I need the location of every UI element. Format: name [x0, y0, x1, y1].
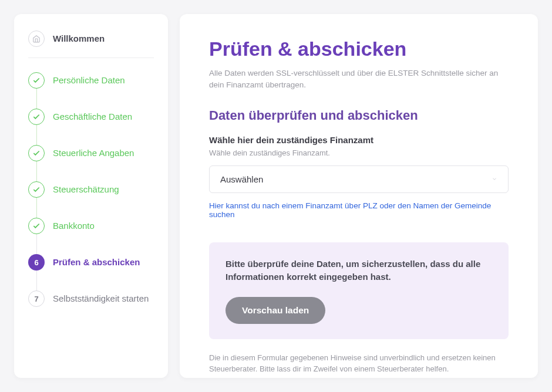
sidebar-item-label: Willkommen [53, 31, 105, 45]
sidebar-item-tax-estimate[interactable]: Steuerschätzung [28, 181, 154, 198]
check-icon [28, 109, 45, 125]
step-number-icon: 6 [28, 254, 45, 271]
info-text: Bitte überprüfe deine Daten, um sicherzu… [225, 258, 492, 284]
sidebar-item-label: Bankkonto [53, 218, 95, 232]
sidebar-item-welcome[interactable]: Willkommen [28, 31, 154, 47]
preview-button[interactable]: Vorschau laden [225, 297, 325, 324]
sidebar: Willkommen Persönliche Daten Geschäftlic… [14, 14, 168, 378]
step-connector [36, 234, 37, 254]
home-icon [28, 31, 45, 47]
finanzamt-search-link[interactable]: Hier kannst du nach einem Finanzamt über… [209, 201, 509, 219]
check-icon [28, 72, 45, 89]
select-placeholder: Auswählen [220, 174, 263, 184]
finanzamt-select[interactable]: Auswählen [209, 165, 509, 193]
field-help: Wähle dein zuständiges Finanzamt. [209, 148, 509, 157]
chevron-down-icon [492, 176, 497, 182]
sidebar-item-label: Persönliche Daten [53, 72, 125, 86]
sidebar-item-label: Prüfen & abschicken [53, 254, 140, 268]
page-subtitle: Alle Daten werden SSL-verschlüsselt und … [209, 67, 509, 92]
page-title: Prüfen & abschicken [209, 38, 509, 60]
sidebar-item-business[interactable]: Geschäftliche Daten [28, 109, 154, 125]
step-connector [36, 198, 37, 218]
sidebar-item-label: Steuerliche Angaben [53, 145, 134, 159]
step-connector [36, 161, 37, 181]
sidebar-item-start[interactable]: 7 Selbstständigkeit starten [28, 290, 154, 307]
main-content: Prüfen & abschicken Alle Daten werden SS… [180, 14, 538, 378]
divider [28, 58, 154, 58]
step-connector [36, 271, 37, 290]
check-icon [28, 218, 45, 234]
step-connector [36, 125, 37, 145]
disclaimer: Die in diesem Formular gegebenen Hinweis… [209, 352, 509, 375]
field-label: Wähle hier dein zuständiges Finanzamt [209, 135, 509, 145]
sidebar-item-label: Geschäftliche Daten [53, 109, 132, 123]
check-icon [28, 181, 45, 198]
check-icon [28, 145, 45, 161]
step-connector [36, 89, 37, 109]
sidebar-item-review[interactable]: 6 Prüfen & abschicken [28, 254, 154, 271]
info-box: Bitte überprüfe deine Daten, um sicherzu… [209, 242, 509, 339]
sidebar-item-label: Steuerschätzung [53, 181, 119, 195]
sidebar-item-label: Selbstständigkeit starten [53, 290, 149, 305]
sidebar-item-bank[interactable]: Bankkonto [28, 218, 154, 234]
step-number-icon: 7 [28, 290, 45, 307]
sidebar-item-personal[interactable]: Persönliche Daten [28, 72, 154, 89]
sidebar-item-tax-info[interactable]: Steuerliche Angaben [28, 145, 154, 161]
section-title: Daten überprüfen und abschicken [209, 108, 509, 123]
